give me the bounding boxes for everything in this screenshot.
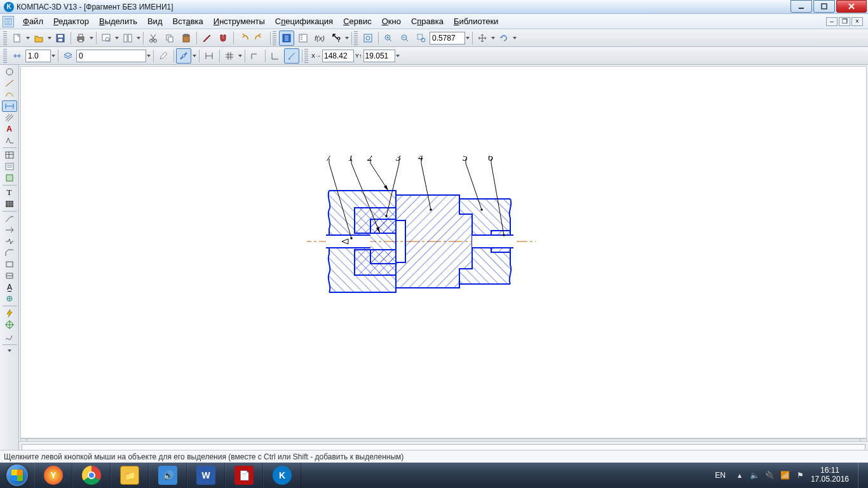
line-tool-icon[interactable] <box>2 78 17 89</box>
show-desktop-button[interactable] <box>858 463 863 488</box>
table-insert-icon[interactable] <box>2 198 17 210</box>
preview-button[interactable] <box>98 30 114 46</box>
tray-power-icon[interactable]: 🔌 <box>765 470 775 480</box>
tray-network-icon[interactable]: 📶 <box>780 470 790 480</box>
zoom-value-dropdown[interactable] <box>465 37 470 39</box>
zoom-in-button[interactable] <box>381 30 396 46</box>
mdi-minimize-button[interactable]: – <box>826 17 837 26</box>
open-file-dropdown[interactable] <box>47 37 52 39</box>
taskbar-kompas[interactable]: K <box>263 463 301 488</box>
menu-insert[interactable]: Вставка <box>167 15 208 27</box>
mdi-restore-button[interactable]: ❐ <box>839 17 850 26</box>
taskbar-clock[interactable]: 16:11 17.05.2016 <box>811 466 849 484</box>
window-minimize-button[interactable] <box>790 0 812 13</box>
toolbar-overflow[interactable] <box>395 55 400 57</box>
undo-button[interactable] <box>236 30 251 46</box>
help-context-button[interactable]: ? <box>329 30 344 46</box>
menu-file[interactable]: Файл <box>18 15 48 27</box>
snap-dropdown[interactable] <box>192 55 197 57</box>
window-maximize-button[interactable] <box>813 0 835 13</box>
properties-dropdown[interactable] <box>136 37 141 39</box>
step-value-input[interactable] <box>25 50 51 62</box>
flash-icon[interactable] <box>2 308 17 319</box>
zoom-value-input[interactable] <box>430 32 465 44</box>
window-close-button[interactable] <box>836 0 867 13</box>
fillet-icon[interactable] <box>2 259 17 270</box>
taskbar-explorer[interactable]: 📁 <box>111 463 149 488</box>
menu-window[interactable]: Окно <box>377 15 406 27</box>
tray-up-icon[interactable]: ▴ <box>735 470 745 480</box>
hatch-tool-icon[interactable] <box>2 112 17 123</box>
language-indicator[interactable]: EN <box>711 468 729 482</box>
text-tool-icon[interactable]: A <box>2 123 17 135</box>
mdi-close-button[interactable]: × <box>851 17 863 26</box>
help-dropdown[interactable] <box>344 37 349 39</box>
zoom-fit-button[interactable] <box>360 30 376 46</box>
drawing-canvas[interactable]: 7 1 2 3 4 5 <box>20 66 867 438</box>
new-file-button[interactable] <box>10 30 25 46</box>
tree-button[interactable] <box>295 30 311 46</box>
menu-view[interactable]: Вид <box>142 15 168 27</box>
layers-icon[interactable] <box>60 48 76 64</box>
pan-dropdown[interactable] <box>491 37 496 39</box>
taskbar-yandex-browser[interactable]: Y <box>34 463 72 488</box>
print-button[interactable] <box>73 30 88 46</box>
taskbar-word[interactable]: W <box>187 463 225 488</box>
chamfer-icon[interactable] <box>2 247 17 259</box>
menu-service[interactable]: Сервис <box>338 15 377 27</box>
layer-dropdown[interactable] <box>146 55 151 57</box>
modify-icon[interactable] <box>2 224 17 236</box>
spec-icon[interactable] <box>2 161 17 172</box>
pan-button[interactable] <box>475 30 490 46</box>
brush-button[interactable] <box>199 30 214 46</box>
ortho-button[interactable] <box>247 48 262 64</box>
menu-tools[interactable]: Инструменты <box>208 15 270 27</box>
global-cs-button[interactable] <box>284 48 299 64</box>
edit-button[interactable] <box>156 48 171 64</box>
taskbar-pdf[interactable]: 📄 <box>225 463 263 488</box>
local-cs-button[interactable] <box>268 48 283 64</box>
parametric-icon[interactable] <box>2 293 17 304</box>
toolbar-grip[interactable] <box>3 49 7 63</box>
table-icon[interactable] <box>2 149 17 161</box>
menu-editor[interactable]: Редактор <box>48 15 94 27</box>
copy-button[interactable] <box>162 30 177 46</box>
grid-dropdown[interactable] <box>238 55 243 57</box>
print-dropdown[interactable] <box>89 37 94 39</box>
break-icon[interactable] <box>2 236 17 247</box>
spline-icon[interactable] <box>2 89 17 100</box>
cut-button[interactable] <box>146 30 161 46</box>
manager-button[interactable] <box>279 30 294 46</box>
snap-toggle-button[interactable] <box>176 48 191 64</box>
measure-icon[interactable] <box>2 270 17 281</box>
leader-icon[interactable] <box>2 213 17 224</box>
toolbar-grip[interactable] <box>354 31 358 45</box>
coord-x-value[interactable]: 148.42 <box>322 50 354 62</box>
magnet-button[interactable] <box>215 30 231 46</box>
target-icon[interactable] <box>2 319 17 330</box>
dimension-tool-icon[interactable] <box>2 100 17 112</box>
tray-volume-icon[interactable]: 🔈 <box>750 470 760 480</box>
toolbox-overflow[interactable] <box>7 349 12 352</box>
toolbar-grip[interactable] <box>273 31 276 45</box>
toolbar-grip[interactable] <box>304 49 308 63</box>
toolbar-grip[interactable] <box>3 31 7 45</box>
taskbar-media[interactable]: 🔊 <box>149 463 187 488</box>
roughness-icon[interactable] <box>2 135 17 146</box>
report-icon[interactable] <box>2 172 17 184</box>
taskbar-chrome[interactable] <box>72 463 111 488</box>
step-dropdown[interactable] <box>51 55 56 57</box>
document-icon[interactable] <box>3 16 14 27</box>
menu-libraries[interactable]: Библиотеки <box>449 15 503 27</box>
menu-spec[interactable]: Спецификация <box>270 15 338 27</box>
zoom-out-button[interactable] <box>397 30 412 46</box>
curve-icon[interactable] <box>2 330 17 342</box>
zoom-window-button[interactable] <box>414 30 429 46</box>
menu-help[interactable]: Справка <box>406 15 449 27</box>
angle-icon[interactable]: A̲ <box>2 281 17 293</box>
geometry-icon[interactable] <box>2 66 17 78</box>
layer-value-input[interactable] <box>76 50 146 62</box>
menu-select[interactable]: Выделить <box>94 15 142 27</box>
toolbar-overflow[interactable] <box>512 37 517 39</box>
open-file-button[interactable] <box>31 30 46 46</box>
